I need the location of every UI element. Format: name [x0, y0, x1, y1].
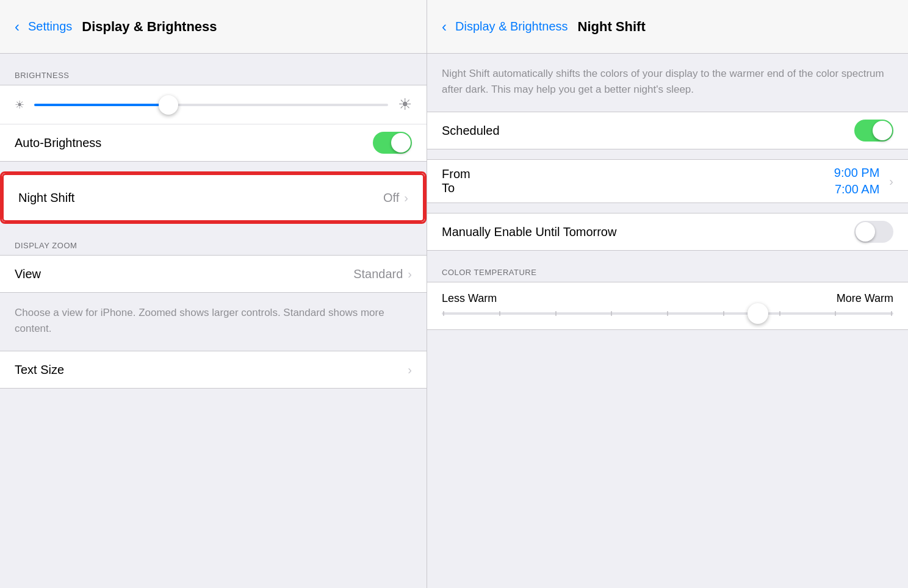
night-shift-highlighted-wrapper: Night Shift Off ›	[0, 171, 427, 224]
brightness-slider-track[interactable]	[34, 104, 388, 106]
display-zoom-section-label: DISPLAY ZOOM	[0, 224, 427, 255]
night-shift-label: Night Shift	[18, 191, 383, 205]
back-chevron-icon: ‹	[15, 18, 20, 35]
left-panel: ‹ Settings Display & Brightness BRIGHTNE…	[0, 0, 427, 588]
night-shift-chevron-icon: ›	[404, 191, 408, 205]
less-warm-label: Less Warm	[442, 292, 497, 305]
brightness-slider-fill	[34, 104, 168, 106]
brightness-slider-row[interactable]: ☀ ☀	[0, 85, 427, 124]
view-label: View	[15, 267, 353, 281]
left-back-button[interactable]: Settings	[28, 20, 72, 34]
text-size-chevron-icon: ›	[408, 363, 412, 377]
display-zoom-hint: Choose a view for iPhone. Zoomed shows l…	[0, 293, 427, 351]
brightness-section-label: BRIGHTNESS	[0, 54, 427, 85]
color-temp-card-group: Less Warm More Warm	[427, 282, 908, 330]
from-to-group: From To 9:00 PM 7:00 AM ›	[427, 159, 908, 203]
auto-brightness-row: Auto-Brightness	[0, 124, 427, 161]
color-temp-track[interactable]	[442, 312, 893, 315]
night-shift-description: Night Shift automatically shifts the col…	[427, 54, 908, 112]
right-back-button[interactable]: Display & Brightness	[455, 20, 568, 34]
scheduled-toggle-thumb	[873, 121, 892, 140]
color-temp-section-label: COLOR TEMPERATURE	[427, 251, 908, 282]
to-label: To	[442, 181, 834, 195]
sun-large-icon: ☀	[398, 95, 412, 114]
view-row[interactable]: View Standard ›	[0, 256, 427, 292]
auto-brightness-label: Auto-Brightness	[15, 136, 373, 150]
display-zoom-card-group: View Standard ›	[0, 255, 427, 293]
scheduled-toggle[interactable]	[854, 120, 893, 142]
right-back-chevron-icon: ‹	[442, 18, 447, 35]
view-value: Standard	[353, 267, 403, 281]
night-shift-row[interactable]: Night Shift Off ›	[2, 173, 425, 222]
text-size-label: Text Size	[15, 363, 408, 377]
temp-labels: Less Warm More Warm	[442, 292, 893, 305]
night-shift-value: Off	[383, 191, 399, 205]
manually-label: Manually Enable Until Tomorrow	[442, 225, 854, 239]
text-size-row[interactable]: Text Size ›	[0, 351, 427, 388]
scheduled-card-group: Scheduled	[427, 112, 908, 149]
manually-card-group: Manually Enable Until Tomorrow	[427, 213, 908, 251]
sun-small-icon: ☀	[15, 98, 24, 112]
from-row[interactable]: From To 9:00 PM 7:00 AM ›	[427, 160, 908, 203]
color-temp-thumb[interactable]	[748, 303, 768, 324]
from-to-labels: From To	[442, 167, 834, 195]
brightness-card-group: ☀ ☀ Auto-Brightness	[0, 85, 427, 162]
from-label: From	[442, 167, 834, 181]
night-shift-border: Night Shift Off ›	[0, 171, 427, 224]
from-time-value: 9:00 PM	[834, 166, 879, 180]
scheduled-row: Scheduled	[427, 112, 908, 149]
view-chevron-icon: ›	[408, 267, 412, 281]
auto-brightness-toggle[interactable]	[373, 132, 412, 154]
right-panel: ‹ Display & Brightness Night Shift Night…	[427, 0, 908, 588]
auto-brightness-toggle-thumb	[391, 133, 411, 152]
manually-row: Manually Enable Until Tomorrow	[427, 213, 908, 250]
manually-toggle-thumb	[856, 222, 875, 242]
manually-toggle[interactable]	[854, 221, 893, 243]
right-nav-bar: ‹ Display & Brightness Night Shift	[427, 0, 908, 54]
from-to-times: 9:00 PM 7:00 AM	[834, 166, 884, 196]
more-warm-label: More Warm	[837, 292, 893, 305]
right-page-title: Night Shift	[578, 19, 646, 35]
brightness-slider-thumb[interactable]	[159, 95, 178, 115]
left-nav-bar: ‹ Settings Display & Brightness	[0, 0, 427, 54]
to-time-value: 7:00 AM	[835, 182, 879, 196]
text-size-card-group: Text Size ›	[0, 351, 427, 389]
scheduled-label: Scheduled	[442, 124, 854, 138]
color-temp-slider-row[interactable]: Less Warm More Warm	[427, 282, 908, 329]
from-to-chevron-icon: ›	[889, 174, 893, 188]
left-page-title: Display & Brightness	[82, 19, 217, 35]
